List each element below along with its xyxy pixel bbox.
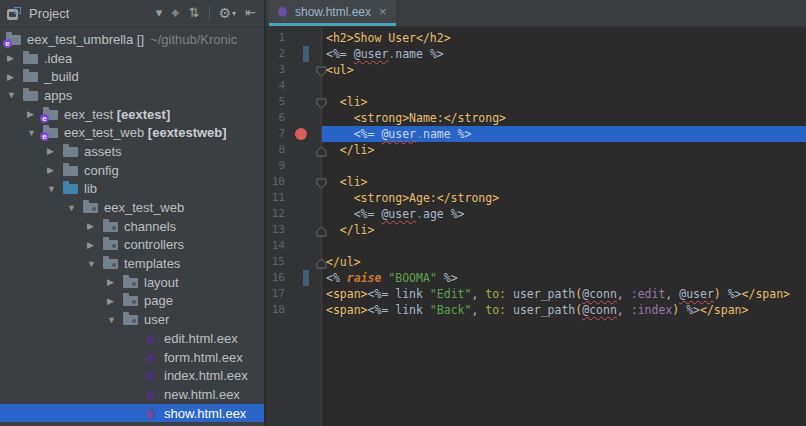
code-token[interactable]: %>: [679, 303, 700, 317]
tree-item-assets[interactable]: ▶assets: [0, 142, 264, 161]
tree-item--idea[interactable]: ▶.idea: [0, 49, 264, 68]
line-number[interactable]: 1: [266, 30, 285, 46]
code-token[interactable]: ,: [471, 303, 485, 317]
code-token[interactable]: <h2>Show User</h2>: [326, 31, 451, 45]
code-token[interactable]: @user: [354, 47, 389, 61]
line-number[interactable]: 7: [266, 126, 285, 142]
code-token[interactable]: <strong>Name:</strong>: [326, 111, 506, 125]
tree-item-eex-test-umbrella-[interactable]: eeex_test_umbrella []~/github/Kronic: [0, 30, 264, 49]
chevron-collapsed-icon[interactable]: ▶: [7, 72, 21, 82]
gear-icon[interactable]: ⚙: [219, 6, 232, 20]
code-token[interactable]: </li>: [326, 143, 374, 157]
line-number[interactable]: 3: [266, 62, 285, 78]
fold-end-icon[interactable]: [316, 257, 327, 268]
line-number[interactable]: 17: [266, 286, 285, 302]
code-line-8[interactable]: 8 </li>: [266, 142, 806, 158]
chevron-collapsed-icon[interactable]: ▶: [87, 221, 101, 231]
tree-item-channels[interactable]: ▶channels: [0, 217, 264, 236]
code-token[interactable]: </span>: [700, 303, 748, 317]
code-line-5[interactable]: 5 <li>: [266, 94, 806, 110]
code-token[interactable]: "Back": [430, 303, 472, 317]
breakpoint-dot[interactable]: [295, 128, 307, 140]
line-number[interactable]: 8: [266, 142, 285, 158]
code-token[interactable]: "Edit": [430, 287, 472, 301]
line-number[interactable]: 12: [266, 206, 285, 222]
code-line-12[interactable]: 12 <%= @user.age %>: [266, 206, 806, 222]
code-token[interactable]: %>: [451, 127, 472, 141]
line-number[interactable]: 15: [266, 254, 285, 270]
code-token[interactable]: to:: [485, 303, 506, 317]
code-line-9[interactable]: 9: [266, 158, 806, 174]
chevron-expanded-icon[interactable]: ▼: [47, 184, 61, 194]
chevron-collapsed-icon[interactable]: ▶: [47, 165, 61, 175]
chevron-down-icon[interactable]: ▾: [156, 6, 163, 20]
code-token[interactable]: raise: [347, 271, 382, 285]
tree-item-eex-test-web[interactable]: ▼eex_test_web: [0, 198, 264, 217]
code-token[interactable]: name: [395, 47, 423, 61]
chevron-collapsed-icon[interactable]: ▶: [107, 277, 121, 287]
tree-item-user[interactable]: ▼user: [0, 310, 264, 329]
tree-item-show-html-eex[interactable]: show.html.eex: [0, 404, 264, 423]
code-token[interactable]: <ul>: [326, 63, 354, 77]
code-area[interactable]: 1<h2>Show User</h2>2<%= @user.name %>3<u…: [266, 30, 806, 318]
tree-item-form-html-eex[interactable]: form.html.eex: [0, 348, 264, 367]
line-number[interactable]: 2: [266, 46, 285, 62]
code-token[interactable]: %>: [423, 47, 444, 61]
code-line-4[interactable]: 4: [266, 78, 806, 94]
code-token[interactable]: <%= link: [368, 303, 430, 317]
code-token[interactable]: </span>: [742, 287, 790, 301]
chevron-expanded-icon[interactable]: ▼: [27, 128, 41, 138]
hide-panel-icon[interactable]: ⇤: [245, 6, 256, 20]
code-token[interactable]: <span>: [326, 303, 368, 317]
tree-item-config[interactable]: ▶config: [0, 161, 264, 180]
line-number[interactable]: 18: [266, 302, 285, 318]
code-token[interactable]: @user: [381, 207, 416, 221]
code-line-11[interactable]: 11 <strong>Age:</strong>: [266, 190, 806, 206]
code-token[interactable]: %>: [444, 207, 465, 221]
tree-item-controllers[interactable]: ▶controllers: [0, 236, 264, 255]
tree-item--build[interactable]: ▶_build: [0, 67, 264, 86]
code-token[interactable]: </li>: [326, 223, 374, 237]
code-line-13[interactable]: 13 </li>: [266, 222, 806, 238]
chevron-collapsed-icon[interactable]: ▶: [87, 240, 101, 250]
close-tab-icon[interactable]: ×: [379, 6, 387, 18]
code-token[interactable]: %>: [437, 271, 458, 285]
code-line-3[interactable]: 3<ul>: [266, 62, 806, 78]
chevron-expanded-icon[interactable]: ▼: [87, 259, 101, 269]
collapse-all-icon[interactable]: ⇅: [189, 6, 200, 20]
code-line-17[interactable]: 17<span><%= link "Edit", to: user_path(@…: [266, 286, 806, 302]
chevron-expanded-icon[interactable]: ▼: [7, 90, 21, 100]
code-token[interactable]: user_path: [506, 303, 575, 317]
code-token[interactable]: <strong>Age:</strong>: [326, 191, 499, 205]
code-token[interactable]: <%=: [326, 127, 381, 141]
code-token[interactable]: @conn: [582, 287, 617, 301]
code-token[interactable]: .: [416, 207, 423, 221]
code-token[interactable]: <span>: [326, 287, 368, 301]
code-line-7[interactable]: 7 <%= @user.name %>: [266, 126, 806, 142]
tree-item-templates[interactable]: ▼templates: [0, 254, 264, 273]
line-number[interactable]: 10: [266, 174, 285, 190]
tree-item-edit-html-eex[interactable]: edit.html.eex: [0, 329, 264, 348]
code-line-10[interactable]: 10 <li>: [266, 174, 806, 190]
tree-item-layout[interactable]: ▶layout: [0, 273, 264, 292]
code-token[interactable]: name: [423, 127, 451, 141]
tab-show-html-eex[interactable]: show.html.eex ×: [269, 0, 396, 26]
code-token[interactable]: .: [416, 127, 423, 141]
line-number[interactable]: 16: [266, 270, 285, 286]
code-token[interactable]: @conn: [582, 303, 617, 317]
code-token[interactable]: <li>: [326, 95, 368, 109]
code-token[interactable]: ,: [617, 303, 631, 317]
code-line-15[interactable]: 15</ul>: [266, 254, 806, 270]
line-number[interactable]: 9: [266, 158, 285, 174]
code-token[interactable]: <%=: [326, 47, 354, 61]
code-token[interactable]: <%=: [326, 207, 381, 221]
line-number[interactable]: 4: [266, 78, 285, 94]
code-editor[interactable]: 1<h2>Show User</h2>2<%= @user.name %>3<u…: [266, 27, 806, 426]
fold-end-icon[interactable]: [316, 145, 327, 156]
code-token[interactable]: "BOOMA": [388, 271, 436, 285]
line-number[interactable]: 5: [266, 94, 285, 110]
gear-button[interactable]: ⚙ ▾: [219, 6, 237, 20]
tree-item-eex-test-web[interactable]: ▼eeex_test_web [eextestweb]: [0, 123, 264, 142]
code-line-2[interactable]: 2<%= @user.name %>: [266, 46, 806, 62]
code-token[interactable]: to:: [485, 287, 506, 301]
